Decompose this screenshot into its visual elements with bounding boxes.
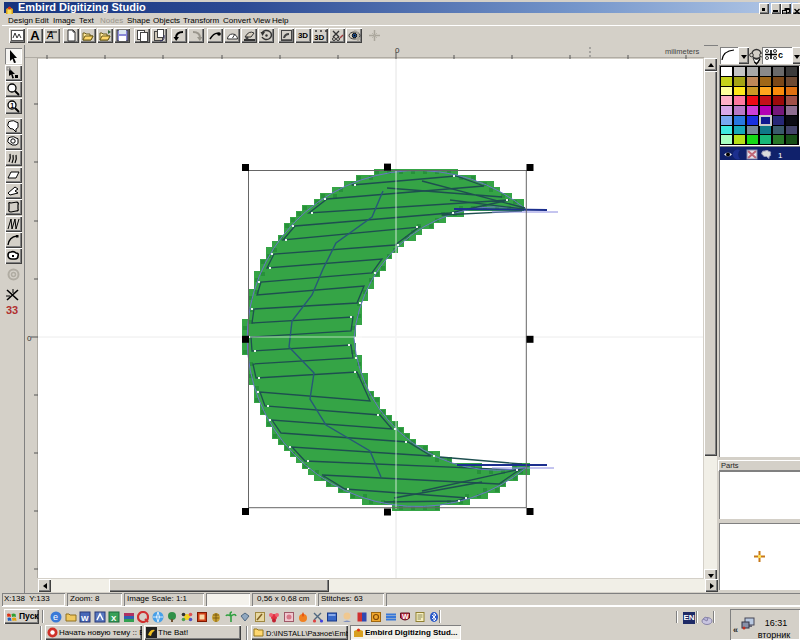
svg-text:W: W xyxy=(81,614,89,623)
svg-text:milimeters: milimeters xyxy=(665,47,699,56)
svg-text:1: 1 xyxy=(10,102,14,109)
svg-text:3D: 3D xyxy=(314,33,324,42)
svg-text:W: W xyxy=(402,613,409,620)
svg-text:1: 1 xyxy=(778,151,783,160)
svg-text:c: c xyxy=(778,50,783,60)
svg-text:0: 0 xyxy=(395,46,400,55)
svg-text:e: e xyxy=(53,612,58,622)
svg-text:0: 0 xyxy=(27,334,32,343)
svg-text:X: X xyxy=(111,614,117,623)
